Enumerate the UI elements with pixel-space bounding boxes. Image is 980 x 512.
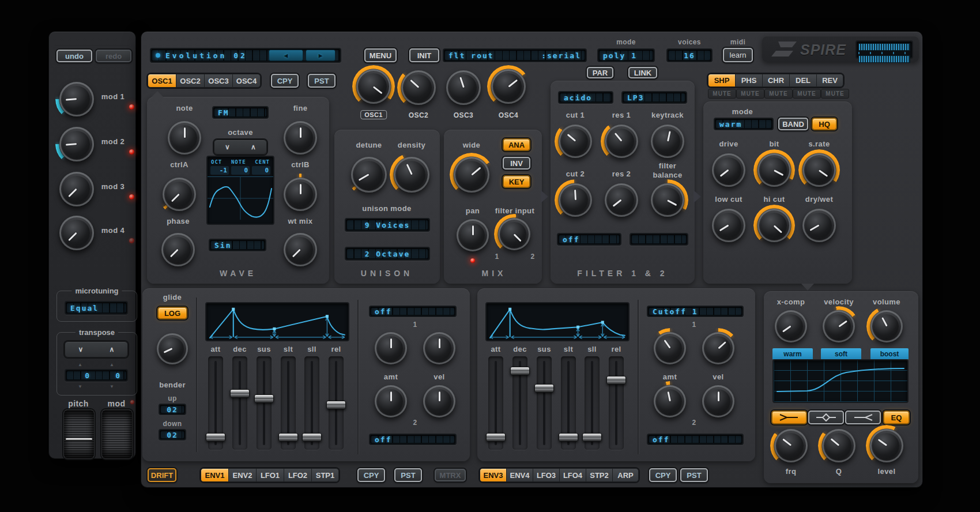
osc4-level-knob[interactable]: [491, 69, 526, 104]
shaper-tab-boost[interactable]: boost: [870, 348, 909, 359]
microtuning-display[interactable]: Equal: [65, 301, 128, 315]
ctrlb-knob[interactable]: [284, 178, 317, 211]
preset-next-button[interactable]: ▶: [306, 50, 336, 61]
osc1-level-knob[interactable]: [356, 69, 391, 104]
wtmix-knob[interactable]: [284, 233, 317, 266]
transpose-display[interactable]: 0 0: [65, 369, 128, 382]
env3-att-slider[interactable]: [488, 356, 503, 450]
env1-vel1-knob[interactable]: [423, 332, 455, 364]
undo-button[interactable]: undo: [56, 50, 92, 62]
filter2-type-display[interactable]: LP3: [621, 91, 687, 104]
level-knob[interactable]: [870, 429, 903, 462]
tab-env3[interactable]: ENV3: [480, 468, 506, 482]
env3-target2-display[interactable]: off: [647, 434, 744, 445]
env1-target1-display[interactable]: off: [369, 306, 457, 317]
env3-slt-slider[interactable]: [561, 356, 576, 450]
tab-phs[interactable]: PHS: [735, 74, 762, 87]
note-knob[interactable]: [168, 121, 201, 155]
bender-up-display[interactable]: 02: [159, 404, 186, 415]
drywet-knob[interactable]: [802, 209, 836, 242]
env3-graph[interactable]: [485, 302, 630, 341]
transpose-dec-left-icon[interactable]: ▼: [78, 384, 82, 389]
mod3-knob[interactable]: [59, 172, 94, 206]
wavetype-display[interactable]: Sin: [209, 239, 266, 251]
log-button[interactable]: LOG: [157, 307, 187, 319]
drive-knob[interactable]: [712, 153, 745, 187]
tab-stp2[interactable]: STP2: [586, 468, 612, 482]
env3-amt1-knob[interactable]: [654, 332, 686, 364]
filter2-mod-display[interactable]: [630, 233, 688, 246]
init-button[interactable]: INIT: [409, 48, 439, 62]
env1-dec-slider[interactable]: [232, 356, 247, 450]
q-knob[interactable]: [822, 429, 855, 462]
mod-wheel[interactable]: [101, 409, 133, 459]
filter1-mod-display[interactable]: off: [557, 233, 621, 246]
tab-lfo1[interactable]: LFO1: [256, 468, 284, 482]
redo-button[interactable]: redo: [96, 50, 131, 62]
env2-paste-button[interactable]: PST: [680, 468, 708, 482]
frq-knob[interactable]: [774, 429, 808, 462]
mute-phs-button[interactable]: MUTE: [736, 89, 764, 99]
fm-mode-display[interactable]: FM: [212, 106, 269, 119]
tab-osc1[interactable]: OSC1: [148, 74, 176, 88]
env1-att-slider[interactable]: [208, 356, 223, 450]
glide-knob[interactable]: [157, 333, 188, 364]
filter-routing-display[interactable]: flt rout:serial: [443, 48, 587, 62]
mute-chr-button[interactable]: MUTE: [764, 89, 793, 99]
tab-stp1[interactable]: STP1: [311, 468, 339, 482]
mute-del-button[interactable]: MUTE: [793, 89, 821, 99]
midi-learn-button[interactable]: learn: [723, 48, 753, 62]
env1-graph[interactable]: [205, 302, 349, 341]
mute-rev-button[interactable]: MUTE: [821, 89, 849, 99]
unison-octave-display[interactable]: 2 Octave: [345, 247, 430, 261]
pitch-wheel[interactable]: [63, 409, 95, 459]
env1-sus-slider[interactable]: [257, 356, 272, 450]
mtrx-button[interactable]: MTRX: [435, 469, 466, 481]
phase-knob[interactable]: [161, 233, 195, 266]
fx-mode-display[interactable]: warm: [714, 118, 774, 130]
key-button[interactable]: KEY: [503, 175, 530, 188]
voices-display[interactable]: 16: [666, 48, 713, 62]
eq-button[interactable]: EQ: [883, 411, 910, 424]
shaper-tab-soft[interactable]: soft: [821, 348, 861, 359]
env3-sus-slider[interactable]: [537, 356, 552, 450]
transpose-dec-right-icon[interactable]: ▼: [110, 384, 114, 389]
res2-knob[interactable]: [605, 183, 638, 217]
tab-chr[interactable]: CHR: [762, 74, 789, 87]
volume-knob[interactable]: [870, 310, 903, 342]
tab-env4[interactable]: ENV4: [506, 468, 533, 482]
velocity-knob[interactable]: [823, 310, 855, 342]
transpose-down-button[interactable]: ∨: [65, 342, 96, 357]
env3-rel-slider[interactable]: [609, 356, 624, 450]
filter1-type-display[interactable]: acido: [558, 91, 613, 104]
env2-copy-button[interactable]: CPY: [649, 468, 677, 482]
osc3-select-label[interactable]: OSC3: [454, 111, 473, 119]
env-copy-button[interactable]: CPY: [357, 468, 385, 482]
shaper-mode-pinch-button[interactable]: [845, 411, 881, 424]
shaper-mode-clip-button[interactable]: [771, 411, 807, 424]
link-button[interactable]: LINK: [628, 67, 657, 78]
inv-button[interactable]: INV: [503, 157, 530, 170]
cent-value[interactable]: 0: [252, 166, 270, 175]
env1-target2-display[interactable]: off: [369, 434, 457, 445]
voice-mode-display[interactable]: poly 1: [597, 48, 655, 62]
env3-vel1-knob[interactable]: [702, 332, 734, 364]
octave-down-button[interactable]: ∨: [214, 140, 240, 154]
note-value[interactable]: 0: [231, 166, 250, 175]
wide-knob[interactable]: [454, 157, 489, 193]
preset-display[interactable]: Evolution 02 ◀ ▶: [150, 48, 341, 63]
env3-sll-slider[interactable]: [585, 356, 600, 450]
env3-amt2-knob[interactable]: [654, 385, 686, 417]
env1-vel2-knob[interactable]: [423, 385, 455, 417]
density-knob[interactable]: [394, 157, 429, 193]
tab-lfo2[interactable]: LFO2: [284, 468, 311, 482]
lowcut-knob[interactable]: [712, 209, 745, 242]
tab-osc4[interactable]: OSC4: [232, 74, 261, 88]
xcomp-knob[interactable]: [775, 310, 807, 342]
bender-down-display[interactable]: 02: [159, 429, 186, 441]
osc-paste-button[interactable]: PST: [308, 74, 336, 88]
octave-up-button[interactable]: ∧: [240, 140, 266, 154]
tab-env1[interactable]: ENV1: [201, 468, 228, 482]
fine-knob[interactable]: [284, 121, 317, 155]
par-button[interactable]: PAR: [587, 67, 613, 78]
